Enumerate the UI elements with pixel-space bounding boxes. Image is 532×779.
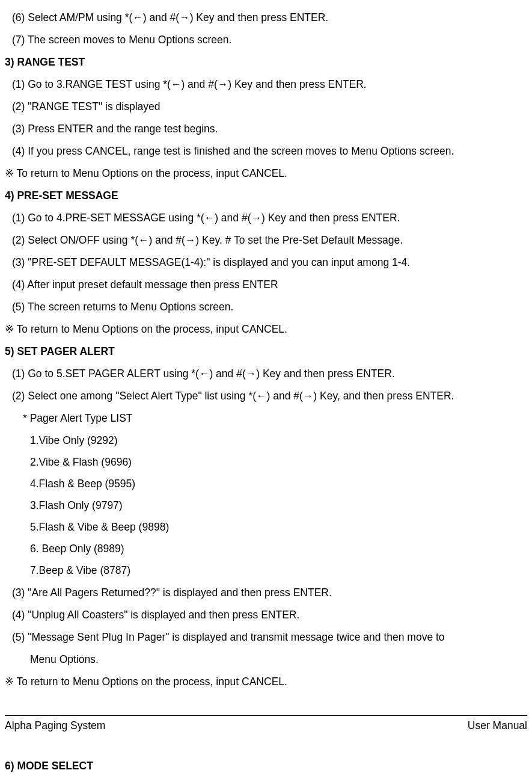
list-item: 4.Flash & Beep (9595) [5, 475, 527, 492]
step-text: (1) Go to 4.PRE-SET MESSAGE using *(←) a… [5, 209, 527, 226]
section-heading-pager-alert: 5) SET PAGER ALERT [5, 343, 527, 360]
step-text: (3) "PRE-SET DEFAULT MESSAGE(1-4):" is d… [5, 254, 527, 271]
note-text: ※ To return to Menu Options on the proce… [5, 165, 527, 182]
step-text: (3) Press ENTER and the range test begin… [5, 120, 527, 137]
section-heading-preset-message: 4) PRE-SET MESSAGE [5, 187, 527, 204]
list-item: 2.Vibe & Flash (9696) [5, 454, 527, 470]
footer-doc-title: User Manual [468, 717, 527, 734]
list-header: * Pager Alert Type LIST [5, 410, 527, 426]
list-item: 7.Beep & Vibe (8787) [5, 562, 527, 579]
step-text: (4) "Unplug All Coasters" is displayed a… [5, 606, 527, 623]
step-text: (5) "Message Sent Plug In Pager" is disp… [5, 629, 527, 645]
section-heading-range-test: 3) RANGE TEST [5, 54, 527, 70]
list-item: 1.Vibe Only (9292) [5, 432, 527, 449]
page-footer: Alpha Paging System User Manual [5, 715, 527, 734]
step-text: (2) "RANGE TEST" is displayed [5, 98, 527, 115]
section-heading-mode-select: 6) MODE SELECT [5, 757, 527, 774]
step-text: (1) Go to 5.SET PAGER ALERT using *(←) a… [5, 365, 527, 382]
step-text: (5) The screen returns to Menu Options s… [5, 298, 527, 315]
list-item: 3.Flash Only (9797) [5, 497, 527, 514]
step-text: (2) Select one among "Select Alert Type"… [5, 387, 527, 404]
note-text: ※ To return to Menu Options on the proce… [5, 321, 527, 337]
step-text: (4) If you press CANCEL, range test is f… [5, 143, 527, 159]
step-text: (3) "Are All Pagers Returned??" is displ… [5, 584, 527, 601]
step-text: (1) Go to 3.RANGE TEST using *(←) and #(… [5, 76, 527, 93]
step-text: (7) The screen moves to Menu Options scr… [5, 31, 527, 48]
footer-product-name: Alpha Paging System [5, 717, 105, 734]
note-text: ※ To return to Menu Options on the proce… [5, 673, 527, 690]
step-text: (6) Select AM/PM using *(←) and #(→) Key… [5, 9, 527, 26]
step-text: (2) Select ON/OFF using *(←) and #(→) Ke… [5, 232, 527, 248]
list-item: 6. Beep Only (8989) [5, 540, 527, 557]
list-item: 5.Flash & Vibe & Beep (9898) [5, 519, 527, 535]
step-text-continuation: Menu Options. [5, 651, 527, 668]
step-text: (4) After input preset default message t… [5, 276, 527, 293]
